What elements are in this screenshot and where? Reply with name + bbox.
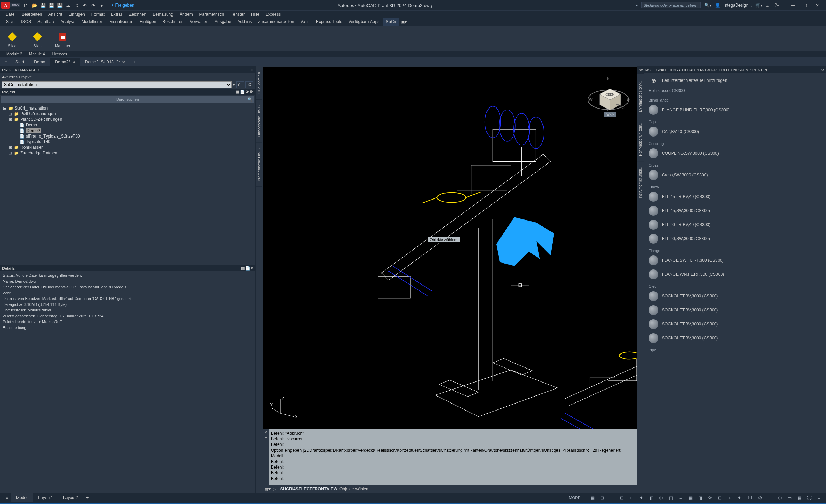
cmd-close-icon[interactable]: ✕ [262,429,269,435]
help-icon[interactable]: ?▾ [775,3,779,8]
command-input-row[interactable]: ▦▾ ▷_ SUCRI4SELECTFRONTVIEW Objekte wähl… [262,485,637,493]
app-logo[interactable]: A [1,2,10,9]
ribbon-tab-verfügbare-apps[interactable]: Verfügbare Apps [345,18,383,26]
caret-icon[interactable]: ▸ [636,3,638,8]
ribbon-group-module-4[interactable]: Module 4 [26,51,48,57]
menu-format[interactable]: Format [89,11,107,18]
menu-einfügen[interactable]: Einfügen [65,11,88,18]
qat-saveall-icon[interactable]: 💾 [56,1,64,9]
ribbon-tab-verwalten[interactable]: Verwalten [187,18,211,26]
status-polar-icon[interactable]: ✦ [637,494,646,502]
command-body[interactable]: Befehl: *Abbruch*Befehl: _vscurrentBefeh… [269,429,637,485]
status-iso-icon[interactable]: ◧ [647,494,656,502]
ribbon-tab-analyse[interactable]: Analyse [57,18,78,26]
qat-undo-icon[interactable]: ↶ [81,1,89,9]
palette-item[interactable]: ELL 90 LR,BV,40 (CS300) [646,218,825,232]
status-grid-icon[interactable]: ▦ [588,494,597,502]
status-monitor-icon[interactable]: ▭ [785,494,794,502]
cart-icon[interactable]: 🛒▾ [755,3,763,8]
status-hardware-icon[interactable]: ▦ [795,494,804,502]
ribbon-tab-zusammenarbeiten[interactable]: Zusammenarbeiten [255,18,297,26]
user-name[interactable]: IntegaDesign... [724,3,752,8]
palette-item[interactable]: SOCKOLET,BV,3000 (CS300) [646,289,825,303]
maximize-button[interactable]: ▢ [799,1,811,9]
layout-menu-icon[interactable]: ≡ [2,493,11,502]
doc-tab-demo[interactable]: Demo [29,58,50,66]
close-button[interactable]: ✕ [811,1,823,9]
ribbon-button-sikla-0[interactable]: Sikla [3,27,22,51]
palette-item[interactable]: COUPLING,SW,3000 (CS300) [646,146,825,160]
ribbon-tab-beschriften[interactable]: Beschriften [159,18,187,26]
status-lw-icon[interactable]: ≡ [677,494,685,502]
details-icon-1[interactable]: ▦ [241,266,245,271]
expand-icon[interactable]: ⊞ [8,145,13,150]
doc-tab-add-icon[interactable]: + [130,57,139,66]
palette-item[interactable]: FLANGE BLIND,FL,RF,300 (CS300) [646,103,825,117]
tree-item[interactable]: 📄Typicals_140 [2,139,253,145]
qat-overflow-icon[interactable]: ▾ [98,1,106,9]
status-trans-icon[interactable]: ▦ [686,494,695,502]
tree-item[interactable]: ⊞📁Zugehörige Dateien [2,150,253,156]
ribbon-tab-add-ins[interactable]: Add-ins [234,18,255,26]
palette-side-tab[interactable]: Instrumentierungsr... [637,161,644,203]
qat-redo-icon[interactable]: ↷ [90,1,97,9]
tree-item[interactable]: 📄Demo2 [2,128,253,133]
wcs-label[interactable]: WKS [604,112,616,117]
close-icon[interactable]: ✕ [122,60,125,64]
tree-item[interactable]: ⊟📁Plant 3D-Zeichnungen [2,117,253,122]
tree-item[interactable]: ⊟📁SuCri_Installation [2,105,253,111]
collapsed-tab-orthogonale-dwg[interactable]: Orthogonale DWG [256,100,262,143]
tree-icon-4[interactable]: ⚙ [250,90,253,94]
drawing-canvas[interactable]: Objekte wählen: N W O S OBEN VORNE [262,66,637,429]
qat-open-icon[interactable]: 📂 [31,1,38,9]
current-project-select[interactable]: SuCri_Installation [2,81,232,88]
select-overflow-icon[interactable]: ▾ [233,83,235,87]
close-icon[interactable]: ✕ [72,60,75,64]
status-ortho-icon[interactable]: ∟ [628,494,636,502]
cmd-pin-icon[interactable]: ⊟ [262,435,269,442]
status-gizmo-icon[interactable]: ✥ [706,494,714,502]
status-customize-icon[interactable]: ≡ [815,494,823,502]
ribbon-tab-visualisieren[interactable]: Visualisieren [106,18,136,26]
ribbon-tab-modellieren[interactable]: Modellieren [78,18,106,26]
search-icon[interactable]: 🔍▾ [704,3,712,8]
qat-new-icon[interactable]: 🗋 [22,1,30,9]
expand-icon[interactable]: ⊞ [8,112,13,116]
tree-icon-3[interactable]: ⟳ [246,90,249,94]
layout-tab-layout2[interactable]: Layout2 [58,493,83,502]
expand-icon[interactable]: ⊟ [8,117,13,122]
tree-item[interactable]: 📄Demo [2,122,253,128]
status-qs-icon[interactable]: ◨ [696,494,705,502]
project-search-input[interactable]: Durchsuchen 🔍 [1,96,254,103]
ribbon-tab-ausgabe[interactable]: Ausgabe [211,18,234,26]
doc-tab-demo2su0132[interactable]: Demo2_SU013_2*✕ [80,58,130,66]
palette-close-icon[interactable]: ✕ [821,68,824,72]
doc-tab-demo2[interactable]: Demo2*✕ [50,58,80,66]
menu-parametrisch[interactable]: Parametrisch [197,11,227,18]
menu-zeichnen[interactable]: Zeichnen [126,11,149,18]
status-dyn-icon[interactable]: ⊕ [657,494,665,502]
qat-cloud-icon[interactable]: ☁ [64,1,72,9]
expand-icon[interactable]: ⊟ [2,106,7,111]
qat-save-icon[interactable]: 💾 [39,1,47,9]
palette-item[interactable]: SOCKOLET,BV,3000 (CS300) [646,331,825,345]
collapsed-tab-isometrische-dwg[interactable]: Isometrische DWG [256,143,262,187]
palette-item[interactable]: FLANGE WN,FL,RF,300 (CS300) [646,267,825,281]
palette-item[interactable]: ELL 45 LR,BV,40 (CS300) [646,190,825,204]
qat-saveas-icon[interactable]: 💾 [48,1,55,9]
ribbon-overflow-icon[interactable]: ▣▾ [399,18,408,26]
palette-item[interactable]: Cross,SW,3000 (CS300) [646,168,825,182]
palette-item[interactable]: ELL 90,SW,3000 (CS300) [646,232,825,246]
palette-item[interactable]: SOCKOLET,BV,3000 (CS300) [646,317,825,331]
ribbon-group-licences[interactable]: Licences [49,51,71,57]
status-snap-icon[interactable]: ⊞ [598,494,607,502]
qat-print-icon[interactable]: 🖨 [73,1,80,9]
ribbon-button-manager-2[interactable]: Manager [53,27,72,51]
expand-icon[interactable]: ⊞ [8,151,13,155]
tree-item[interactable]: ⊞📁Rohrklassen [2,145,253,150]
status-model[interactable]: MODELL [567,494,587,502]
palette-item[interactable]: FLANGE SW,FL,RF,300 (CS300) [646,253,825,267]
palette-item[interactable]: ELL 45,SW,3000 (CS300) [646,204,825,218]
cmd-menu-icon[interactable]: ▦▾ [265,486,271,491]
tree-item[interactable]: 📄siFramo_Typicals_StützeF80 [2,133,253,139]
